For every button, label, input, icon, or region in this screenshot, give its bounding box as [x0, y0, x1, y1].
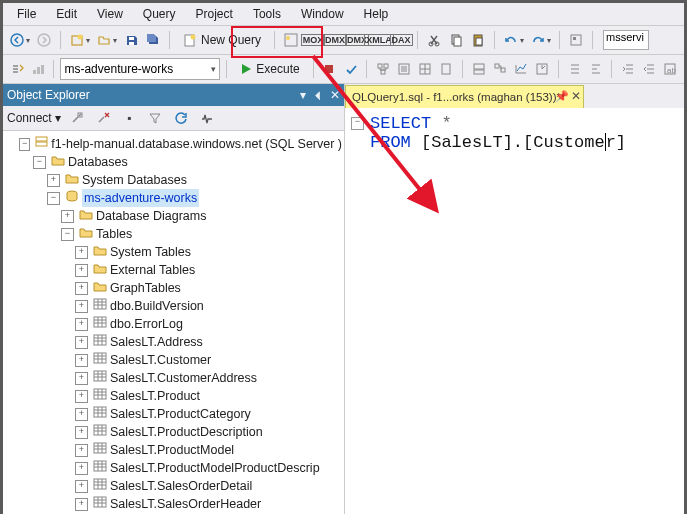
use-db-button[interactable]: [7, 59, 26, 79]
close-icon[interactable]: ✕: [330, 88, 340, 102]
expander-icon[interactable]: +: [61, 210, 74, 223]
results-to-text-button[interactable]: [394, 59, 413, 79]
menu-query[interactable]: Query: [133, 5, 186, 23]
tree-node-table[interactable]: +SalesLT.SalesOrderDetail: [5, 477, 342, 495]
template-button[interactable]: [566, 30, 586, 50]
database-dropdown[interactable]: ms-adventure-works ▾: [60, 58, 220, 80]
document-tab[interactable]: QLQuery1.sql - f1...orks (maghan (153))*…: [345, 85, 584, 108]
results-pane-button[interactable]: [469, 59, 488, 79]
expander-icon[interactable]: +: [75, 264, 88, 277]
filter-icon[interactable]: [145, 108, 165, 128]
tree-node-table[interactable]: +SalesLT.ProductModel: [5, 441, 342, 459]
menu-tools[interactable]: Tools: [243, 5, 291, 23]
actual-plan-button[interactable]: [490, 59, 509, 79]
refresh-icon[interactable]: [171, 108, 191, 128]
expander-icon[interactable]: +: [75, 336, 88, 349]
pin-icon[interactable]: ⏴: [312, 88, 324, 102]
comment-button[interactable]: [565, 59, 584, 79]
parse-button[interactable]: [341, 59, 360, 79]
nav-fwd-button[interactable]: [34, 30, 54, 50]
expander-icon[interactable]: +: [75, 282, 88, 295]
expander-icon[interactable]: +: [75, 246, 88, 259]
client-stats-button[interactable]: [533, 59, 552, 79]
tree-node-databases[interactable]: −Databases: [5, 153, 342, 171]
new-project-button[interactable]: [67, 30, 87, 50]
include-stats-button[interactable]: [28, 59, 47, 79]
xmla-btn[interactable]: DMX: [325, 30, 345, 50]
expander-icon[interactable]: −: [33, 156, 46, 169]
execute-button[interactable]: Execute: [233, 58, 306, 80]
tree-node-table[interactable]: +dbo.BuildVersion: [5, 297, 342, 315]
tree-node-tables[interactable]: −Tables: [5, 225, 342, 243]
expander-icon[interactable]: −: [19, 138, 30, 151]
quick-launch-field[interactable]: msservi: [603, 30, 649, 50]
tree-node-table[interactable]: +SalesLT.Address: [5, 333, 342, 351]
results-to-file-button[interactable]: [437, 59, 456, 79]
expander-icon[interactable]: −: [47, 192, 60, 205]
connect-dropdown[interactable]: Connect ▾: [7, 111, 61, 125]
xe-button[interactable]: [281, 30, 301, 50]
save-all-button[interactable]: [143, 30, 163, 50]
tree-node-table[interactable]: +SalesLT.ProductDescription: [5, 423, 342, 441]
specify-values-button[interactable]: ab: [661, 59, 680, 79]
connect-icon[interactable]: [67, 108, 87, 128]
xmla-btn[interactable]: XMLA: [369, 30, 389, 50]
tree-node-diagrams[interactable]: +Database Diagrams: [5, 207, 342, 225]
close-icon[interactable]: ✕: [571, 89, 581, 103]
menu-edit[interactable]: Edit: [46, 5, 87, 23]
menu-file[interactable]: File: [7, 5, 46, 23]
tree-node-table[interactable]: +SalesLT.SalesOrderHeader: [5, 495, 342, 513]
tree-node-system-databases[interactable]: +System Databases: [5, 171, 342, 189]
cut-button[interactable]: [424, 30, 444, 50]
tree-node-table[interactable]: +SalesLT.Customer: [5, 351, 342, 369]
menu-window[interactable]: Window: [291, 5, 354, 23]
expander-icon[interactable]: +: [75, 354, 88, 367]
tree-node-graph-tables[interactable]: +GraphTables: [5, 279, 342, 297]
tree-node-table[interactable]: +dbo.ErrorLog: [5, 315, 342, 333]
tree-node-server[interactable]: −f1-help-manual.database.windows.net (SQ…: [5, 135, 342, 153]
tree-node-table[interactable]: +SalesLT.CustomerAddress: [5, 369, 342, 387]
live-stats-button[interactable]: [511, 59, 530, 79]
expander-icon[interactable]: +: [75, 426, 88, 439]
save-button[interactable]: [121, 30, 141, 50]
menu-help[interactable]: Help: [354, 5, 399, 23]
menu-project[interactable]: Project: [186, 5, 243, 23]
copy-button[interactable]: [446, 30, 466, 50]
undo-button[interactable]: [501, 30, 521, 50]
activity-icon[interactable]: [197, 108, 217, 128]
uncomment-button[interactable]: [586, 59, 605, 79]
expander-icon[interactable]: +: [75, 318, 88, 331]
stop-icon[interactable]: ▪: [119, 108, 139, 128]
expander-icon[interactable]: +: [75, 300, 88, 313]
tree-node-system-tables[interactable]: +System Tables: [5, 243, 342, 261]
expander-icon[interactable]: −: [61, 228, 74, 241]
menu-view[interactable]: View: [87, 5, 133, 23]
xmla-btn[interactable]: MOX: [303, 30, 323, 50]
expander-icon[interactable]: +: [75, 444, 88, 457]
tree-node-external-tables[interactable]: +External Tables: [5, 261, 342, 279]
window-menu-icon[interactable]: ▾: [300, 88, 306, 102]
open-file-button[interactable]: [94, 30, 114, 50]
display-plan-button[interactable]: [373, 59, 392, 79]
expander-icon[interactable]: +: [75, 390, 88, 403]
tree-node-table[interactable]: +SalesLT.Product: [5, 387, 342, 405]
expander-icon[interactable]: +: [75, 372, 88, 385]
expander-icon[interactable]: +: [75, 480, 88, 493]
expander-icon[interactable]: +: [75, 498, 88, 511]
tree-node-current-db[interactable]: −ms-adventure-works: [5, 189, 342, 207]
redo-button[interactable]: [528, 30, 548, 50]
outdent-button[interactable]: [640, 59, 659, 79]
code-editor[interactable]: − SELECT * FROM [SalesLT].[Customer]: [345, 108, 684, 514]
expander-icon[interactable]: +: [75, 408, 88, 421]
results-to-grid-button[interactable]: [416, 59, 435, 79]
outline-collapse-icon[interactable]: −: [351, 117, 364, 130]
stop-button[interactable]: [320, 59, 339, 79]
disconnect-icon[interactable]: [93, 108, 113, 128]
new-query-button[interactable]: New Query: [176, 28, 268, 52]
object-explorer-tree[interactable]: −f1-help-manual.database.windows.net (SQ…: [3, 131, 344, 514]
indent-button[interactable]: [618, 59, 637, 79]
tree-node-table[interactable]: +SalesLT.ProductModelProductDescrip: [5, 459, 342, 477]
pin-icon[interactable]: 📌: [555, 90, 569, 103]
expander-icon[interactable]: +: [75, 462, 88, 475]
expander-icon[interactable]: +: [47, 174, 60, 187]
